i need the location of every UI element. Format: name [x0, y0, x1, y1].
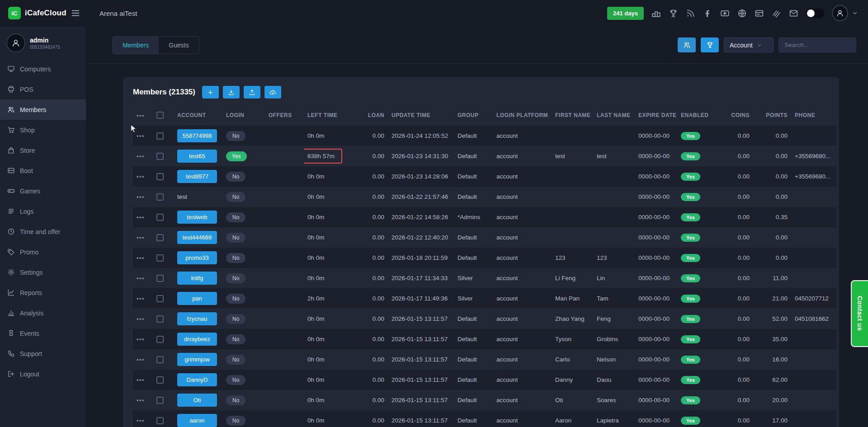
- sidebar-item-computers[interactable]: Computers: [0, 59, 86, 79]
- cloud-download-button[interactable]: [264, 86, 281, 99]
- account-button[interactable]: lnlifg: [177, 272, 217, 285]
- col-header-phone[interactable]: PHONE: [791, 105, 836, 126]
- row-checkbox[interactable]: [156, 417, 164, 424]
- account-button[interactable]: aaron: [177, 414, 217, 427]
- row-checkbox[interactable]: [156, 193, 164, 201]
- account-button[interactable]: fzycnau: [177, 312, 217, 325]
- search-field-dropdown[interactable]: Account: [724, 38, 774, 52]
- facebook-icon[interactable]: [703, 9, 712, 18]
- subscription-days-badge[interactable]: 241 days: [607, 7, 644, 20]
- row-actions-button[interactable]: •••: [137, 417, 145, 424]
- sidebar-item-support[interactable]: Support: [0, 343, 86, 364]
- sidebar-item-reports[interactable]: Reports: [0, 282, 86, 303]
- row-actions-button[interactable]: •••: [137, 275, 145, 282]
- row-actions-button[interactable]: •••: [137, 254, 145, 261]
- user-avatar[interactable]: [832, 5, 848, 21]
- sidebar-item-settings[interactable]: Settings: [0, 262, 86, 282]
- row-actions-button[interactable]: •••: [137, 132, 145, 139]
- account-button[interactable]: promo33: [177, 251, 217, 264]
- col-header-login-platform[interactable]: LOGIN PLATFORM: [493, 105, 552, 126]
- account-button[interactable]: Oti: [177, 394, 217, 407]
- rss-icon[interactable]: [686, 9, 695, 18]
- row-actions-button[interactable]: •••: [137, 356, 145, 363]
- sidebar-item-members[interactable]: Members: [0, 99, 86, 120]
- account-button[interactable]: drraybeez: [177, 333, 217, 346]
- row-checkbox[interactable]: [156, 356, 164, 363]
- account-button[interactable]: test65: [177, 150, 217, 163]
- row-actions-button[interactable]: •••: [137, 193, 145, 200]
- col-header-first-name[interactable]: FIRST NAME: [552, 105, 593, 126]
- row-actions-button[interactable]: •••: [137, 234, 145, 241]
- sidebar-item-promo[interactable]: Promo: [0, 242, 86, 262]
- sidebar-item-boot[interactable]: Boot: [0, 160, 86, 181]
- row-checkbox[interactable]: [156, 254, 164, 262]
- select-all-checkbox[interactable]: [156, 112, 164, 119]
- col-header-update-time[interactable]: UPDATE TIME: [388, 105, 454, 126]
- tab-guests[interactable]: Guests: [159, 37, 198, 54]
- row-checkbox[interactable]: [156, 275, 164, 282]
- sidebar-item-time-and-offer[interactable]: Time and offer: [0, 221, 86, 242]
- row-checkbox[interactable]: [156, 315, 164, 323]
- add-member-button[interactable]: [202, 86, 219, 99]
- col-header-expire-date[interactable]: EXPIRE DATE: [635, 105, 677, 126]
- sidebar-item-logs[interactable]: Logs: [0, 201, 86, 221]
- row-actions-button[interactable]: •••: [137, 173, 145, 180]
- row-checkbox[interactable]: [156, 214, 164, 221]
- col-header-offers[interactable]: OFFERS: [265, 105, 304, 126]
- row-actions-button[interactable]: •••: [137, 153, 145, 160]
- search-input[interactable]: [778, 38, 856, 52]
- user-menu-caret-icon[interactable]: [852, 10, 858, 16]
- members-view-button[interactable]: [678, 38, 696, 52]
- export-members-button[interactable]: [244, 86, 260, 99]
- sidebar-item-analysis[interactable]: Analysis: [0, 303, 86, 323]
- col-header-login[interactable]: LOGIN: [222, 105, 265, 126]
- sidebar-item-shop[interactable]: Shop: [0, 120, 86, 140]
- col-header-group[interactable]: GROUP: [454, 105, 493, 126]
- row-checkbox[interactable]: [156, 153, 164, 160]
- col-header-points[interactable]: POINTS: [753, 105, 791, 126]
- row-actions-button[interactable]: •••: [137, 295, 145, 302]
- trophy-icon[interactable]: [669, 9, 678, 18]
- col-header-left-time[interactable]: LEFT TIME: [304, 105, 361, 126]
- row-checkbox[interactable]: [156, 397, 164, 404]
- account-button[interactable]: 558774998: [177, 129, 217, 142]
- row-actions-button[interactable]: •••: [137, 315, 145, 322]
- row-checkbox[interactable]: [156, 376, 164, 384]
- col-header-account[interactable]: ACCOUNT: [174, 105, 222, 126]
- account-button[interactable]: test8977: [177, 170, 217, 183]
- row-checkbox[interactable]: [156, 132, 164, 140]
- sidebar-item-pos[interactable]: POS: [0, 79, 86, 99]
- theme-toggle[interactable]: [806, 9, 824, 18]
- col-header-loan[interactable]: LOAN: [361, 105, 388, 126]
- sidebar-item-events[interactable]: Events: [0, 323, 86, 343]
- row-checkbox[interactable]: [156, 295, 164, 302]
- row-actions-button[interactable]: •••: [137, 397, 145, 404]
- account-button[interactable]: grimmjow: [177, 353, 217, 366]
- row-actions-button[interactable]: •••: [137, 376, 145, 383]
- row-actions-button[interactable]: •••: [137, 336, 145, 343]
- row-checkbox[interactable]: [156, 336, 164, 343]
- col-header-enabled[interactable]: ENABLED: [677, 105, 720, 126]
- sidebar-item-logout[interactable]: Logout: [0, 364, 86, 384]
- hamburger-menu-icon[interactable]: [71, 8, 80, 18]
- ranking-icon[interactable]: [651, 9, 661, 18]
- account-button[interactable]: DannyD: [177, 373, 217, 386]
- account-button[interactable]: test444669: [177, 231, 217, 244]
- ranking-view-button[interactable]: [701, 38, 719, 52]
- row-checkbox[interactable]: [156, 234, 164, 241]
- mail-icon[interactable]: [789, 9, 798, 18]
- import-members-button[interactable]: [223, 86, 240, 99]
- stripes-icon[interactable]: [772, 9, 781, 18]
- row-checkbox[interactable]: [156, 173, 164, 180]
- sidebar-user-card[interactable]: admin 005193482475: [0, 26, 86, 59]
- youtube-icon[interactable]: [720, 9, 730, 18]
- col-header-last-name[interactable]: LAST NAME: [593, 105, 635, 126]
- col-header-coins[interactable]: COINS: [720, 105, 753, 126]
- account-button[interactable]: pan: [177, 292, 217, 305]
- globe-icon[interactable]: [737, 9, 747, 18]
- contact-us-button[interactable]: Contact us: [851, 280, 868, 347]
- sidebar-item-store[interactable]: Store: [0, 140, 86, 160]
- brand[interactable]: iC iCafeCloud: [0, 7, 68, 19]
- account-button[interactable]: testweb: [177, 211, 217, 224]
- billing-card-icon[interactable]: [755, 9, 764, 18]
